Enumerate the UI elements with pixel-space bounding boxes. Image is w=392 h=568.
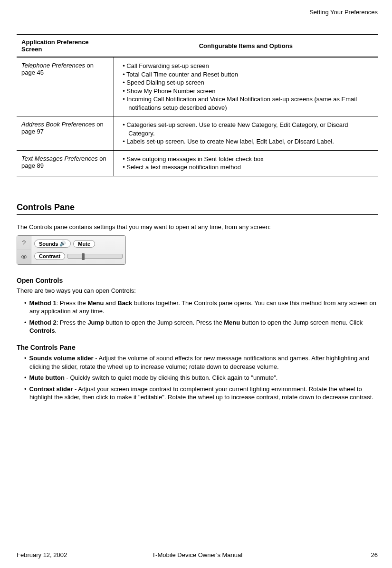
method-1: Method 1: Press the Menu and Back button… <box>24 299 378 316</box>
preferences-table: Application Preference Screen Configurab… <box>17 34 378 176</box>
option-item: Select a text message notification metho… <box>123 163 373 172</box>
option-item: Incoming Call Notification and Voice Mai… <box>123 95 373 112</box>
controls-pane-list: Sounds volume slider - Adjust the volume… <box>17 354 378 402</box>
options-cell: Categories set-up screen. Use to create … <box>114 116 378 151</box>
divider <box>17 214 378 215</box>
method-2: Method 2: Press the Jump button to open … <box>24 318 378 335</box>
open-controls-heading: Open Controls <box>17 277 378 284</box>
th-screen: Application Preference Screen <box>17 34 114 57</box>
contrast-slider-desc: Contrast slider - Adjust your screen ima… <box>24 385 378 402</box>
the-controls-pane-heading: The Controls Pane <box>17 344 378 351</box>
option-item: Speed Dialing set-up screen <box>123 78 373 87</box>
open-controls-list: Method 1: Press the Menu and Back button… <box>17 299 378 335</box>
page-footer: February 12, 2002 T-Mobile Device Owner'… <box>17 551 378 558</box>
options-cell: Call Forwarding set-up screenTotal Call … <box>114 57 378 116</box>
page-context: Setting Your Preferences <box>17 9 378 16</box>
option-item: Save outgoing messages in Sent folder ch… <box>123 155 373 164</box>
controls-pane-heading: Controls Pane <box>17 202 378 212</box>
contrast-slider-handle <box>82 253 85 260</box>
option-item: Total Call Time counter and Reset button <box>123 70 373 79</box>
open-controls-intro: There are two ways you can open Controls… <box>17 287 378 295</box>
contrast-slider-track <box>67 254 123 259</box>
footer-manual: T-Mobile Device Owner's Manual <box>17 551 378 558</box>
option-item: Call Forwarding set-up screen <box>123 62 373 70</box>
pref-screen-cell: Text Messages Preferences on page 89 <box>17 150 114 176</box>
speaker-icon: 🔊 <box>59 241 66 247</box>
pref-screen-cell: Telephone Preferences on page 45 <box>17 57 114 116</box>
question-icon: ? <box>17 236 31 250</box>
option-item: Labels set-up screen. Use to create New … <box>123 137 373 146</box>
option-item: Show My Phone Number screen <box>123 87 373 96</box>
controls-pane-image: ? 👁 Sounds🔊 Mute Contrast <box>17 235 126 265</box>
controls-intro: The Controls pane contains settings that… <box>17 223 378 231</box>
options-cell: Save outgoing messages in Sent folder ch… <box>114 150 378 176</box>
sounds-pill: Sounds🔊 <box>34 240 71 248</box>
option-item: Categories set-up screen. Use to create … <box>123 121 373 137</box>
sounds-slider-desc: Sounds volume slider - Adjust the volume… <box>24 354 378 371</box>
th-options: Configurable Items and Options <box>114 34 378 57</box>
contrast-pill: Contrast <box>34 252 65 260</box>
pref-screen-cell: Address Book Preferences on page 97 <box>17 116 114 151</box>
mute-pill: Mute <box>73 240 95 248</box>
eye-icon: 👁 <box>17 250 31 264</box>
mute-button-desc: Mute button - Quickly switch to quiet mo… <box>24 374 378 382</box>
